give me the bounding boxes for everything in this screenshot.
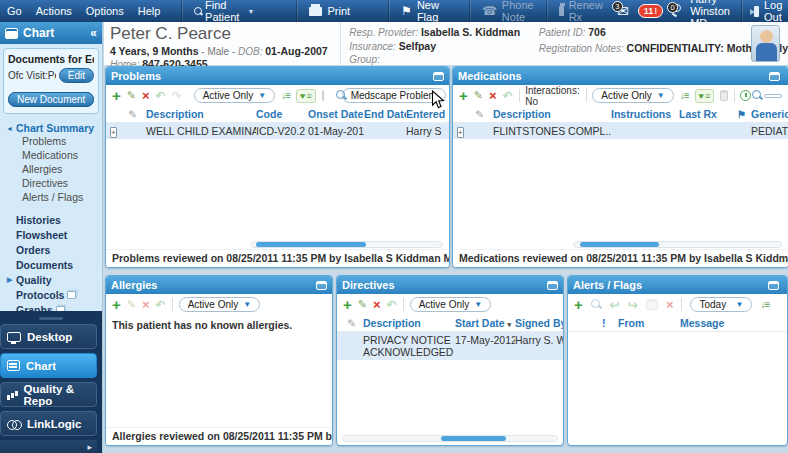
- sidebar-item-documents[interactable]: Documents: [6, 257, 102, 272]
- problems-filter-dropdown[interactable]: Active Only▼: [194, 88, 276, 103]
- expand-row-icon[interactable]: +: [457, 127, 464, 138]
- history-clock-icon[interactable]: [740, 90, 746, 101]
- medscape-problem-button[interactable]: Medscape Problem: [342, 88, 446, 103]
- current-user-label[interactable]: Harry Winston MD: [690, 0, 730, 29]
- col-signed-by[interactable]: Signed By: [515, 317, 563, 329]
- new-document-button[interactable]: New Document: [8, 92, 94, 107]
- directive-row[interactable]: PRIVACY NOTICE ACKNOWLEDGED 17-May-2012 …: [337, 332, 563, 360]
- forward-icon[interactable]: ↪: [628, 299, 638, 311]
- menu-actions[interactable]: Actions: [29, 5, 79, 17]
- problems-hscrollbar[interactable]: [251, 241, 443, 248]
- sidebar-item-graphs[interactable]: Graphs: [6, 302, 102, 311]
- delete-directive-button[interactable]: ×: [373, 298, 381, 311]
- favorites-list-icon[interactable]: ♥≡: [695, 89, 715, 103]
- col-instructions[interactable]: Instructions: [611, 108, 679, 120]
- col-description[interactable]: Description: [363, 317, 455, 329]
- reference-search-icon[interactable]: [752, 90, 758, 101]
- add-directive-button[interactable]: +: [343, 297, 352, 312]
- undo-icon[interactable]: ↶: [156, 299, 166, 311]
- log-out-button[interactable]: Log Out: [741, 0, 788, 22]
- problems-panel-header[interactable]: Problems: [106, 67, 449, 85]
- sidebar-item-directives[interactable]: Directives: [6, 176, 102, 190]
- chevron-down-icon[interactable]: ▼: [248, 8, 255, 15]
- nav-quality-reports-button[interactable]: Quality & Repo: [0, 382, 97, 407]
- medications-panel-header[interactable]: Medications: [453, 67, 788, 85]
- maximize-icon[interactable]: [768, 281, 779, 290]
- sidebar-item-protocols[interactable]: Protocols: [6, 287, 102, 302]
- col-description[interactable]: Description: [493, 108, 611, 120]
- maximize-icon[interactable]: [316, 281, 327, 290]
- sidebar-item-orders[interactable]: Orders: [6, 242, 102, 257]
- phone-note-button[interactable]: ☎ Phone Note: [469, 0, 546, 22]
- undo-icon[interactable]: ↶: [387, 299, 397, 311]
- medication-row[interactable]: + FLINTSTONES COMPL... PEDIATRIC: [453, 123, 788, 139]
- allergies-filter-dropdown[interactable]: Active Only▼: [179, 297, 261, 312]
- add-allergy-button[interactable]: +: [112, 297, 121, 312]
- patient-photo[interactable]: [751, 25, 780, 62]
- edit-medication-button[interactable]: ✎: [474, 90, 483, 101]
- maximize-icon[interactable]: [769, 72, 780, 81]
- nav-resize-handle[interactable]: [39, 317, 63, 320]
- view-alert-icon[interactable]: [591, 299, 602, 310]
- nav-linklogic-button[interactable]: LinkLogic: [0, 411, 97, 436]
- add-medication-button[interactable]: +: [459, 88, 468, 103]
- directives-panel-header[interactable]: Directives: [337, 276, 563, 294]
- clipped-button[interactable]: [764, 94, 782, 98]
- maximize-icon[interactable]: [547, 281, 558, 290]
- sidebar-item-allergies[interactable]: Allergies: [6, 162, 102, 176]
- col-end-date[interactable]: End Date: [364, 108, 406, 120]
- sidebar-header-chart[interactable]: Chart «: [0, 22, 102, 44]
- sidebar-item-quality[interactable]: ▶Quality: [6, 272, 102, 287]
- alerts-panel-header[interactable]: Alerts / Flags: [568, 276, 787, 294]
- allergies-panel-header[interactable]: Allergies: [106, 276, 332, 294]
- sidebar-item-flowsheet[interactable]: Flowsheet: [6, 227, 102, 242]
- sort-icon[interactable]: ↓≡: [760, 300, 769, 310]
- menu-go[interactable]: Go: [0, 5, 29, 17]
- edit-allergy-button[interactable]: ✎: [127, 299, 136, 310]
- menu-options[interactable]: Options: [79, 5, 131, 17]
- sidebar-item-histories[interactable]: Histories: [6, 212, 102, 227]
- expand-row-icon[interactable]: +: [110, 127, 117, 138]
- medications-filter-dropdown[interactable]: Active Only▼: [592, 88, 674, 103]
- favorites-list-icon[interactable]: ♥≡: [296, 89, 316, 103]
- problem-row[interactable]: + WELL CHILD EXAMINATION ICD-V20.2 01-Ma…: [106, 123, 449, 139]
- menu-help[interactable]: Help: [131, 5, 168, 17]
- note-icon[interactable]: [646, 299, 658, 310]
- delete-alert-button[interactable]: ×: [666, 298, 674, 311]
- nav-desktop-button[interactable]: Desktop: [0, 324, 97, 349]
- col-from[interactable]: From: [618, 317, 680, 329]
- col-start-date[interactable]: Start Date ▾: [455, 317, 515, 329]
- delete-problem-button[interactable]: ×: [142, 89, 150, 102]
- nav-more-bar[interactable]: ▸: [0, 440, 97, 453]
- print-button[interactable]: Print: [296, 0, 362, 22]
- add-problem-button[interactable]: +: [112, 88, 121, 103]
- find-patient-button[interactable]: Find Patient ▼: [181, 0, 266, 22]
- col-priority[interactable]: !: [602, 317, 618, 329]
- maximize-icon[interactable]: [433, 72, 444, 81]
- col-description[interactable]: Description: [146, 108, 256, 120]
- edit-directive-button[interactable]: ✎: [358, 299, 367, 310]
- sort-icon[interactable]: ↓≡: [281, 91, 290, 101]
- renew-rx-button[interactable]: Renew Rx: [546, 0, 617, 22]
- medications-hscrollbar[interactable]: [573, 241, 782, 248]
- add-alert-button[interactable]: +: [574, 297, 583, 312]
- col-generic[interactable]: Generic: [751, 108, 788, 120]
- sidebar-item-problems[interactable]: Problems: [6, 134, 102, 148]
- delete-medication-button[interactable]: ×: [489, 89, 497, 102]
- alert-count-badge[interactable]: 11!: [638, 4, 664, 18]
- directives-filter-dropdown[interactable]: Active Only▼: [410, 297, 492, 312]
- directives-hscrollbar[interactable]: [342, 435, 558, 442]
- edit-button[interactable]: Edit: [59, 68, 94, 83]
- collapse-sidebar-icon[interactable]: «: [90, 26, 97, 40]
- sidebar-item-medications[interactable]: Medications: [6, 148, 102, 162]
- sort-icon[interactable]: ↓≡: [680, 91, 689, 101]
- col-onset-date[interactable]: Onset Date: [308, 108, 364, 120]
- col-last-rx[interactable]: Last Rx: [679, 108, 737, 120]
- nav-chart-button[interactable]: Chart: [0, 353, 97, 378]
- alerts-filter-dropdown[interactable]: Today▼: [690, 297, 752, 312]
- col-entered[interactable]: Entered: [406, 108, 449, 120]
- col-message[interactable]: Message: [680, 317, 787, 329]
- inbox-button[interactable]: ✉ 3: [617, 4, 629, 18]
- sign-queue-button[interactable]: 0: [672, 5, 681, 17]
- sidebar-item-alerts-flags[interactable]: Alerts / Flags: [6, 190, 102, 204]
